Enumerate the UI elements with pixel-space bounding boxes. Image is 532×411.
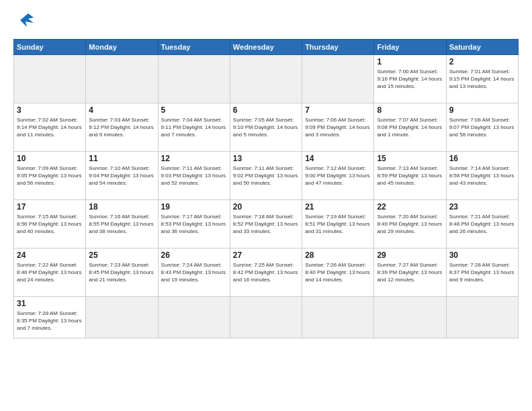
calendar-cell: 17Sunrise: 7:15 AM Sunset: 8:56 PM Dayli…: [14, 200, 86, 248]
day-info: Sunrise: 7:13 AM Sunset: 8:59 PM Dayligh…: [377, 165, 443, 187]
day-number: 5: [161, 105, 227, 115]
calendar-cell: 11Sunrise: 7:10 AM Sunset: 9:04 PM Dayli…: [86, 152, 158, 200]
day-info: Sunrise: 7:02 AM Sunset: 9:14 PM Dayligh…: [17, 116, 83, 139]
header: [13, 11, 519, 32]
calendar-cell: 22Sunrise: 7:20 AM Sunset: 8:49 PM Dayli…: [374, 200, 446, 248]
day-number: 11: [89, 154, 154, 163]
calendar-cell: [302, 297, 374, 338]
day-info: Sunrise: 7:17 AM Sunset: 8:53 PM Dayligh…: [161, 213, 227, 236]
day-number: 6: [233, 105, 299, 115]
day-info: Sunrise: 7:03 AM Sunset: 9:12 PM Dayligh…: [89, 116, 154, 139]
day-number: 13: [233, 154, 299, 163]
day-info: Sunrise: 7:28 AM Sunset: 8:37 PM Dayligh…: [449, 261, 515, 284]
day-number: 28: [305, 250, 371, 260]
day-number: 20: [233, 202, 299, 212]
calendar-cell: 7Sunrise: 7:06 AM Sunset: 9:09 PM Daylig…: [302, 103, 374, 152]
day-number: 16: [449, 154, 515, 163]
day-info: Sunrise: 7:07 AM Sunset: 9:08 PM Dayligh…: [377, 116, 443, 139]
day-number: 3: [17, 105, 83, 115]
calendar-cell: 5Sunrise: 7:04 AM Sunset: 9:11 PM Daylig…: [158, 103, 230, 152]
day-number: 26: [161, 250, 227, 260]
calendar-cell: 25Sunrise: 7:23 AM Sunset: 8:45 PM Dayli…: [86, 248, 158, 297]
calendar-cell: 15Sunrise: 7:13 AM Sunset: 8:59 PM Dayli…: [374, 152, 446, 200]
day-info: Sunrise: 7:26 AM Sunset: 8:40 PM Dayligh…: [305, 261, 371, 284]
calendar-cell: [158, 55, 230, 103]
day-info: Sunrise: 7:18 AM Sunset: 8:52 PM Dayligh…: [233, 213, 299, 236]
calendar-cell: [374, 297, 446, 338]
calendar-cell: [446, 297, 518, 338]
calendar-week-row: 24Sunrise: 7:22 AM Sunset: 8:46 PM Dayli…: [14, 248, 519, 297]
day-number: 2: [449, 57, 515, 66]
logo: [13, 11, 36, 32]
weekday-header-wednesday: Wednesday: [230, 40, 302, 55]
day-info: Sunrise: 7:08 AM Sunset: 9:07 PM Dayligh…: [449, 116, 515, 139]
day-number: 24: [17, 250, 83, 260]
day-number: 14: [305, 154, 371, 163]
day-info: Sunrise: 7:16 AM Sunset: 8:55 PM Dayligh…: [89, 213, 154, 236]
calendar-week-row: 31Sunrise: 7:28 AM Sunset: 8:35 PM Dayli…: [14, 297, 519, 338]
day-info: Sunrise: 7:23 AM Sunset: 8:45 PM Dayligh…: [89, 261, 154, 284]
calendar-week-row: 10Sunrise: 7:09 AM Sunset: 9:05 PM Dayli…: [14, 152, 519, 200]
day-number: 7: [305, 105, 371, 115]
calendar-cell: 12Sunrise: 7:11 AM Sunset: 9:03 PM Dayli…: [158, 152, 230, 200]
day-info: Sunrise: 7:15 AM Sunset: 8:56 PM Dayligh…: [17, 213, 83, 236]
day-info: Sunrise: 7:22 AM Sunset: 8:46 PM Dayligh…: [17, 261, 83, 284]
calendar-cell: [158, 297, 230, 338]
day-info: Sunrise: 7:05 AM Sunset: 9:10 PM Dayligh…: [233, 116, 299, 139]
day-info: Sunrise: 7:28 AM Sunset: 8:35 PM Dayligh…: [17, 310, 83, 332]
svg-marker-0: [20, 13, 34, 27]
calendar-cell: 23Sunrise: 7:21 AM Sunset: 8:48 PM Dayli…: [446, 200, 518, 248]
day-number: 22: [377, 202, 443, 212]
calendar-week-row: 17Sunrise: 7:15 AM Sunset: 8:56 PM Dayli…: [14, 200, 519, 248]
weekday-header-tuesday: Tuesday: [158, 40, 230, 55]
day-info: Sunrise: 7:12 AM Sunset: 9:00 PM Dayligh…: [305, 165, 371, 187]
day-info: Sunrise: 7:01 AM Sunset: 9:15 PM Dayligh…: [449, 68, 515, 91]
calendar-cell: 20Sunrise: 7:18 AM Sunset: 8:52 PM Dayli…: [230, 200, 302, 248]
calendar-cell: 2Sunrise: 7:01 AM Sunset: 9:15 PM Daylig…: [446, 55, 518, 103]
day-info: Sunrise: 7:09 AM Sunset: 9:05 PM Dayligh…: [17, 165, 83, 187]
day-info: Sunrise: 7:24 AM Sunset: 8:43 PM Dayligh…: [161, 261, 227, 284]
day-info: Sunrise: 7:11 AM Sunset: 9:03 PM Dayligh…: [161, 165, 227, 187]
weekday-header-thursday: Thursday: [302, 40, 374, 55]
day-number: 8: [377, 105, 443, 115]
calendar-cell: [86, 297, 158, 338]
weekday-header-monday: Monday: [86, 40, 158, 55]
calendar-week-row: 1Sunrise: 7:00 AM Sunset: 9:16 PM Daylig…: [14, 55, 519, 103]
day-number: 31: [17, 299, 83, 308]
calendar-cell: 16Sunrise: 7:14 AM Sunset: 8:58 PM Dayli…: [446, 152, 518, 200]
day-number: 29: [377, 250, 443, 260]
day-info: Sunrise: 7:27 AM Sunset: 8:39 PM Dayligh…: [377, 261, 443, 284]
day-info: Sunrise: 7:06 AM Sunset: 9:09 PM Dayligh…: [305, 116, 371, 139]
calendar-cell: 3Sunrise: 7:02 AM Sunset: 9:14 PM Daylig…: [14, 103, 86, 152]
calendar-cell: [302, 55, 374, 103]
day-number: 4: [89, 105, 154, 115]
weekday-header-friday: Friday: [374, 40, 446, 55]
logo-bird-icon: [15, 11, 36, 30]
day-number: 19: [161, 202, 227, 212]
calendar-cell: [230, 55, 302, 103]
calendar-table: SundayMondayTuesdayWednesdayThursdayFrid…: [13, 39, 519, 338]
day-number: 30: [449, 250, 515, 260]
weekday-header-row: SundayMondayTuesdayWednesdayThursdayFrid…: [14, 40, 519, 55]
calendar-cell: 27Sunrise: 7:25 AM Sunset: 8:42 PM Dayli…: [230, 248, 302, 297]
calendar-week-row: 3Sunrise: 7:02 AM Sunset: 9:14 PM Daylig…: [14, 103, 519, 152]
day-number: 21: [305, 202, 371, 212]
day-number: 1: [377, 57, 443, 66]
day-number: 10: [17, 154, 83, 163]
day-number: 23: [449, 202, 515, 212]
calendar-cell: 26Sunrise: 7:24 AM Sunset: 8:43 PM Dayli…: [158, 248, 230, 297]
day-number: 15: [377, 154, 443, 163]
day-number: 9: [449, 105, 515, 115]
day-info: Sunrise: 7:11 AM Sunset: 9:02 PM Dayligh…: [233, 165, 299, 187]
calendar-cell: 4Sunrise: 7:03 AM Sunset: 9:12 PM Daylig…: [86, 103, 158, 152]
day-number: 18: [89, 202, 154, 212]
calendar-cell: 30Sunrise: 7:28 AM Sunset: 8:37 PM Dayli…: [446, 248, 518, 297]
calendar-cell: 13Sunrise: 7:11 AM Sunset: 9:02 PM Dayli…: [230, 152, 302, 200]
calendar-cell: 31Sunrise: 7:28 AM Sunset: 8:35 PM Dayli…: [14, 297, 86, 338]
calendar-cell: 8Sunrise: 7:07 AM Sunset: 9:08 PM Daylig…: [374, 103, 446, 152]
calendar-cell: [230, 297, 302, 338]
calendar-cell: 29Sunrise: 7:27 AM Sunset: 8:39 PM Dayli…: [374, 248, 446, 297]
day-info: Sunrise: 7:04 AM Sunset: 9:11 PM Dayligh…: [161, 116, 227, 139]
day-info: Sunrise: 7:19 AM Sunset: 8:51 PM Dayligh…: [305, 213, 371, 236]
calendar-cell: 28Sunrise: 7:26 AM Sunset: 8:40 PM Dayli…: [302, 248, 374, 297]
